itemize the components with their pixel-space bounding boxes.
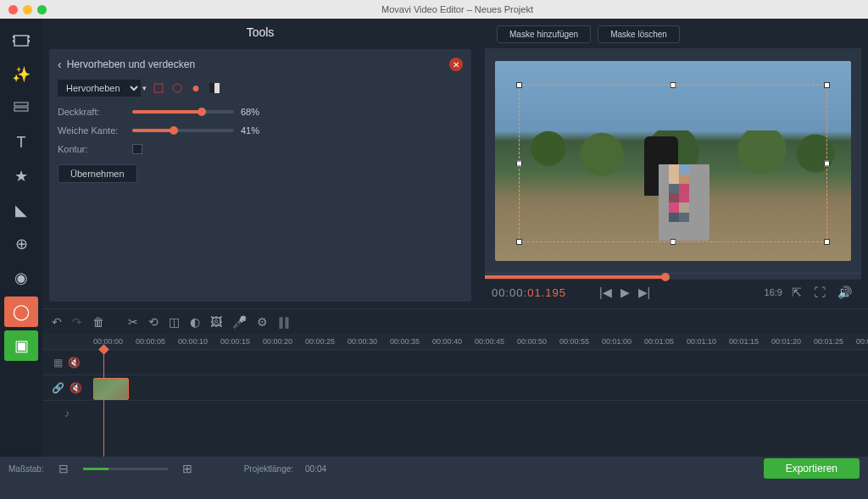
record-tool-icon[interactable]: ◉ [4, 263, 38, 293]
text-tool-icon[interactable]: T [4, 127, 38, 158]
ruler-tick: 00:00:40 [432, 337, 462, 346]
window-titlebar: Movavi Video Editor – Neues Projekt [0, 0, 868, 19]
ruler-tick: 00:00:00 [93, 337, 123, 346]
next-frame-button[interactable]: ▶| [636, 284, 654, 301]
svg-rect-3 [28, 36, 30, 38]
ruler-tick: 00:01:05 [644, 337, 674, 346]
zoom-in-button[interactable]: ⊞ [180, 460, 195, 477]
shapes-tool-icon[interactable]: ★ [4, 161, 38, 191]
preview-progress[interactable] [485, 273, 861, 280]
ruler-tick: 00:01:00 [602, 337, 632, 346]
ruler-tick: 00:00:10 [178, 337, 208, 346]
close-window-button[interactable] [8, 5, 18, 14]
crop-button[interactable]: ◫ [166, 313, 182, 330]
timeline-tracks[interactable]: ▦🔇 🔗🔇 ♪ [42, 349, 868, 457]
volume-icon[interactable]: 🔊 [835, 284, 854, 301]
svg-rect-2 [13, 40, 14, 42]
apply-button[interactable]: Übernehmen [58, 164, 137, 183]
ruler-tick: 00:00:50 [517, 337, 547, 346]
media-tool-icon[interactable] [4, 25, 38, 56]
equalizer-button[interactable]: ∥∥ [275, 313, 292, 330]
opacity-value: 68% [241, 107, 275, 117]
close-icon[interactable]: ✕ [449, 58, 463, 71]
svg-rect-5 [14, 103, 28, 106]
ruler-tick: 00:00:55 [559, 337, 589, 346]
track-link-icon[interactable]: 🔗 [52, 382, 64, 394]
delete-mask-button[interactable]: Maske löschen [598, 25, 680, 43]
add-mask-button[interactable]: Maske hinzufügen [497, 25, 591, 43]
aspect-ratio-button[interactable]: 16:9 [765, 287, 782, 297]
preview-panel: Maske hinzufügen Maske löschen [478, 19, 868, 308]
svg-rect-0 [14, 36, 28, 46]
footer-bar: Maßstab: ⊟ ⊞ Projektlänge: 00:04 Exporti… [0, 457, 868, 480]
zoom-slider[interactable] [83, 468, 168, 470]
split-shape-icon[interactable] [208, 81, 221, 95]
minimize-window-button[interactable] [23, 5, 32, 14]
mask-boundary[interactable] [519, 85, 827, 242]
zoom-tool-icon[interactable]: ⊕ [4, 229, 38, 259]
video-clip[interactable] [93, 378, 129, 400]
maximize-window-button[interactable] [37, 5, 47, 14]
rotate-button[interactable]: ⟲ [146, 313, 161, 330]
timeline-ruler[interactable]: 00:00:0000:00:0500:00:1000:00:1500:00:20… [42, 334, 868, 349]
mask-handle-br[interactable] [824, 239, 830, 245]
ruler-tick: 00:01:10 [687, 337, 716, 346]
track-mute-icon-2[interactable]: 🔇 [70, 382, 82, 394]
mask-handle-mr[interactable] [824, 160, 830, 166]
zoom-out-button[interactable]: ⊟ [56, 460, 71, 477]
export-button[interactable]: Exportieren [764, 458, 860, 479]
rect-shape-icon[interactable] [152, 81, 165, 95]
fullscreen-icon[interactable]: ⛶ [811, 284, 828, 301]
zoom-label: Maßstab: [8, 464, 44, 474]
feather-slider[interactable] [132, 129, 234, 132]
contour-checkbox[interactable] [132, 144, 142, 154]
magic-wand-tool-icon[interactable]: ✨ [4, 59, 38, 90]
mask-handle-bc[interactable] [670, 239, 676, 245]
export-tool-icon[interactable]: ▣ [4, 330, 38, 361]
droplet-shape-icon[interactable]: ● [189, 81, 203, 95]
opacity-slider[interactable] [132, 110, 234, 114]
mask-handle-tc[interactable] [670, 82, 676, 88]
ruler-tick: 00:00:30 [348, 337, 377, 346]
timecode-display: 00:00:01.195 [492, 286, 566, 299]
track-video-icon[interactable]: ▦ [53, 357, 63, 369]
prev-frame-button[interactable]: |◀ [597, 284, 615, 301]
mask-handle-tr[interactable] [824, 82, 830, 88]
track-mute-icon[interactable]: 🔇 [68, 357, 81, 369]
circle-shape-icon[interactable] [170, 81, 184, 95]
ruler-tick: 00:00:25 [305, 337, 335, 346]
cut-button[interactable]: ✂ [125, 313, 141, 330]
mask-handle-tl[interactable] [516, 82, 522, 88]
ruler-tick: 00:01:25 [814, 337, 843, 346]
project-length-value: 00:04 [305, 464, 326, 474]
track-audio-icon[interactable]: ♪ [64, 408, 70, 419]
contrast-button[interactable]: ◐ [187, 313, 203, 330]
redo-button[interactable]: ↷ [70, 313, 85, 330]
timeline: 00:00:0000:00:0500:00:1000:00:1500:00:20… [42, 334, 868, 457]
filters-tool-icon[interactable] [4, 93, 38, 124]
ruler-tick: 00:00:35 [390, 337, 420, 346]
gear-icon[interactable]: ⚙ [254, 313, 270, 330]
play-button[interactable]: ▶ [618, 284, 632, 301]
svg-rect-10 [214, 83, 220, 93]
highlight-mask-tool-icon[interactable]: ◯ [4, 297, 38, 327]
tool-sidebar: ✨ T ★ ◣ ⊕ ◉ ◯ ▣ [0, 19, 42, 457]
undo-button[interactable]: ↶ [49, 313, 64, 330]
mask-handle-bl[interactable] [516, 239, 522, 245]
window-title: Movavi Video Editor – Neues Projekt [47, 4, 868, 14]
image-button[interactable]: 🖼 [208, 313, 225, 330]
svg-rect-4 [28, 40, 30, 42]
mask-handle-ml[interactable] [516, 160, 522, 166]
delete-button[interactable]: 🗑 [90, 313, 107, 330]
detach-icon[interactable]: ⇱ [789, 284, 804, 301]
ruler-tick: 00:01:15 [729, 337, 759, 346]
back-icon[interactable]: ‹ [58, 58, 62, 71]
mic-button[interactable]: 🎤 [230, 313, 249, 330]
video-preview[interactable] [495, 61, 851, 261]
playhead[interactable] [103, 349, 104, 457]
overlays-tool-icon[interactable]: ◣ [4, 195, 38, 225]
ruler-tick: 00:01:30 [856, 337, 868, 346]
feather-label: Weiche Kante: [58, 125, 125, 136]
mode-dropdown[interactable]: Hervorheben [58, 80, 141, 97]
chevron-down-icon[interactable]: ▾ [142, 84, 147, 92]
